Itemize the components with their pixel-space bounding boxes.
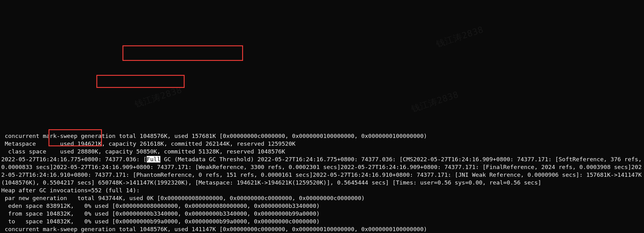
log-line: Metaspace used 194621K, capacity 261618K…: [1, 140, 296, 147]
watermark: 钱江涛2838: [435, 25, 484, 48]
log-line: concurrent mark-sweep generation total 1…: [1, 133, 427, 139]
log-line: Heap after GC invocations=552 (full 14):: [1, 187, 140, 194]
log-line: concurrent mark-sweep generation total 1…: [1, 226, 427, 232]
watermark: 钱江涛2838: [410, 90, 459, 113]
log-line: par new generation total 943744K, used 0…: [1, 195, 365, 201]
log-line: 2022-05-27T16:24:16.775+0800: 74377.036:…: [1, 156, 147, 162]
terminal-output[interactable]: 钱江涛2838 钱江涛2838 钱江涛2838 钱江涛2838 钱江涛2838 …: [0, 31, 644, 233]
log-line: eden space 838912K, 0% used [0x000000008…: [1, 203, 320, 209]
log-line: class space used 28880K, capacity 50850K…: [1, 148, 285, 155]
text-selection[interactable]: Full: [147, 156, 161, 162]
highlight-box-2: [96, 75, 185, 88]
highlight-box-1: [122, 45, 243, 61]
log-content[interactable]: concurrent mark-sweep generation total 1…: [1, 132, 643, 233]
log-line: from space 104832K, 0% used [0x00000000b…: [1, 210, 320, 217]
log-line: to space 104832K, 0% used [0x00000000b99…: [1, 218, 320, 225]
watermark: 钱江涛2838: [134, 86, 183, 108]
